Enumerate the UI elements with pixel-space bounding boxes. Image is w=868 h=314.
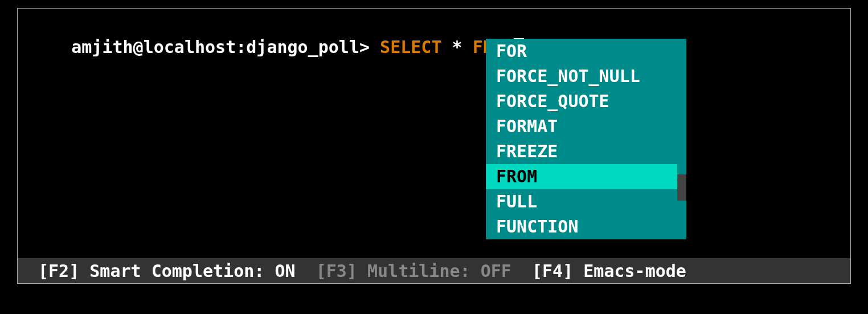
completion-popup: FOR FORCE_NOT_NULL FORCE_QUOTE FORMAT FR…: [486, 39, 677, 239]
status-f3-key: [F3]: [316, 261, 357, 281]
sql-keyword-select: SELECT: [380, 37, 441, 57]
completion-item[interactable]: FUNCTION: [486, 214, 677, 239]
status-f4-key: [F4]: [532, 261, 573, 281]
status-f4-label: Emacs-mode: [573, 261, 686, 281]
status-f2-key: [F2]: [38, 261, 79, 281]
completion-item-selected[interactable]: FROM: [486, 164, 677, 189]
completion-item[interactable]: FULL: [486, 189, 677, 214]
prompt-prefix: amjith@localhost:django_poll>: [71, 37, 380, 57]
completion-item[interactable]: FREEZE: [486, 139, 677, 164]
completion-item[interactable]: FOR: [486, 39, 677, 64]
completion-item[interactable]: FORCE_NOT_NULL: [486, 64, 677, 89]
completion-item[interactable]: FORMAT: [486, 114, 677, 139]
completion-item[interactable]: FORCE_QUOTE: [486, 89, 677, 114]
scrollbar-track[interactable]: [677, 39, 686, 239]
scrollbar-thumb[interactable]: [677, 174, 686, 201]
status-f2-label: Smart Completion: ON: [79, 261, 316, 281]
status-bar: [F2] Smart Completion: ON [F3] Multiline…: [18, 258, 850, 283]
prompt-line[interactable]: amjith@localhost:django_poll> SELECT * F…: [30, 17, 524, 78]
sql-star: *: [441, 37, 472, 57]
terminal-frame: amjith@localhost:django_poll> SELECT * F…: [17, 8, 851, 284]
status-f3-label: Multiline: OFF: [357, 261, 532, 281]
